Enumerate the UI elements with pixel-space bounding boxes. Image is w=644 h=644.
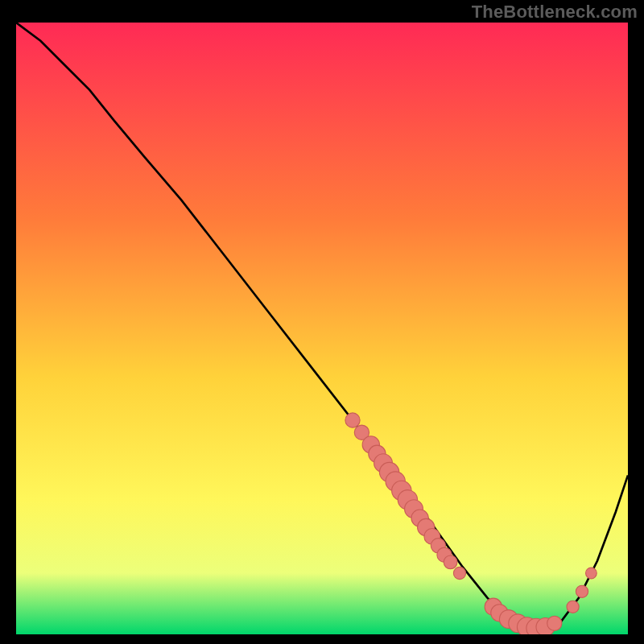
- curve-marker: [586, 568, 597, 579]
- curve-marker: [567, 601, 579, 613]
- curve-marker: [576, 585, 588, 597]
- plot-area: [16, 23, 628, 634]
- curve-marker: [453, 567, 465, 579]
- curve-marker: [547, 616, 562, 630]
- curve-marker: [345, 413, 360, 427]
- curve-marker: [444, 555, 457, 569]
- watermark-text: TheBottleneck.com: [472, 2, 638, 23]
- chart-stage: TheBottleneck.com: [0, 0, 644, 644]
- chart-svg: [16, 23, 628, 634]
